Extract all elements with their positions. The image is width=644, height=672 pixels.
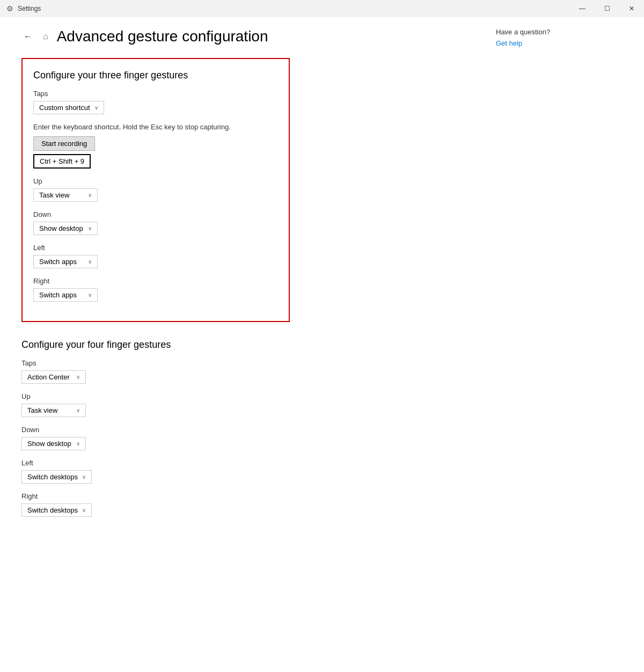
down-group: Down Show desktop ∨ (33, 210, 278, 235)
four-up-group: Up Task view ∨ (21, 392, 290, 417)
four-left-dropdown[interactable]: Switch desktops ∨ (21, 470, 92, 484)
settings-icon: ⚙ (6, 4, 13, 13)
start-recording-button[interactable]: Start recording (33, 136, 95, 151)
right-dropdown[interactable]: Switch apps ∨ (33, 288, 98, 302)
help-section: Have a question? Get help (496, 28, 631, 48)
four-taps-label: Taps (21, 359, 290, 367)
maximize-button[interactable]: ☐ (595, 0, 619, 17)
four-down-dropdown-value: Show desktop (27, 440, 71, 448)
down-dropdown[interactable]: Show desktop ∨ (33, 222, 98, 235)
home-icon[interactable]: ⌂ (43, 32, 48, 41)
four-up-label: Up (21, 392, 290, 400)
sidebar-right: Have a question? Get help (483, 17, 644, 672)
taps-dropdown[interactable]: Custom shortcut ∨ (33, 101, 104, 114)
four-taps-dropdown-value: Action Center (27, 373, 70, 381)
three-finger-title: Configure your three finger gestures (33, 70, 278, 81)
titlebar-controls: — ☐ ✕ (570, 0, 644, 17)
titlebar-title: Settings (18, 5, 41, 12)
four-right-dropdown-chevron: ∨ (82, 507, 86, 513)
minimize-button[interactable]: — (570, 0, 595, 17)
four-right-label: Right (21, 492, 290, 500)
four-up-dropdown-value: Task view (27, 406, 57, 414)
up-dropdown-value: Task view (39, 191, 69, 199)
taps-dropdown-value: Custom shortcut (39, 104, 90, 112)
down-dropdown-chevron: ∨ (88, 225, 92, 231)
up-label: Up (33, 177, 278, 185)
left-dropdown-value: Switch apps (39, 258, 77, 266)
four-left-dropdown-value: Switch desktops (27, 473, 78, 481)
back-button[interactable]: ← (21, 30, 34, 43)
titlebar-left: ⚙ Settings (6, 4, 41, 13)
four-down-label: Down (21, 426, 290, 434)
taps-dropdown-chevron: ∨ (94, 105, 98, 111)
page-header: ← ⌂ Advanced gesture configuration (21, 28, 462, 45)
right-dropdown-chevron: ∨ (88, 292, 92, 298)
down-label: Down (33, 210, 278, 218)
four-taps-dropdown-chevron: ∨ (76, 374, 80, 380)
left-group: Left Switch apps ∨ (33, 244, 278, 268)
four-taps-group: Taps Action Center ∨ (21, 359, 290, 384)
four-down-group: Down Show desktop ∨ (21, 426, 290, 450)
four-down-dropdown-chevron: ∨ (76, 441, 80, 447)
get-help-link[interactable]: Get help (496, 39, 522, 47)
up-dropdown-chevron: ∨ (88, 192, 92, 198)
window: ⚙ Settings — ☐ ✕ ← ⌂ Advanced gesture co… (0, 0, 644, 672)
right-dropdown-value: Switch apps (39, 291, 77, 299)
shortcut-display: Ctrl + Shift + 9 (33, 154, 91, 169)
four-left-label: Left (21, 459, 290, 467)
four-left-dropdown-chevron: ∨ (82, 474, 86, 480)
down-dropdown-value: Show desktop (39, 224, 83, 232)
content-area: ← ⌂ Advanced gesture configuration Confi… (0, 17, 644, 672)
taps-group: Taps Custom shortcut ∨ (33, 90, 278, 114)
four-up-dropdown[interactable]: Task view ∨ (21, 404, 86, 417)
four-up-dropdown-chevron: ∨ (76, 407, 80, 413)
three-finger-section: Configure your three finger gestures Tap… (21, 58, 290, 322)
taps-label: Taps (33, 90, 278, 98)
shortcut-info-text: Enter the keyboard shortcut. Hold the Es… (33, 123, 278, 131)
four-right-dropdown[interactable]: Switch desktops ∨ (21, 503, 92, 517)
four-left-group: Left Switch desktops ∨ (21, 459, 290, 484)
titlebar: ⚙ Settings — ☐ ✕ (0, 0, 644, 17)
help-question: Have a question? (496, 28, 631, 36)
four-right-group: Right Switch desktops ∨ (21, 492, 290, 517)
left-dropdown[interactable]: Switch apps ∨ (33, 255, 98, 268)
four-down-dropdown[interactable]: Show desktop ∨ (21, 437, 86, 450)
main-content: ← ⌂ Advanced gesture configuration Confi… (0, 17, 483, 672)
up-group: Up Task view ∨ (33, 177, 278, 202)
page-title: Advanced gesture configuration (57, 28, 268, 45)
four-finger-title: Configure your four finger gestures (21, 339, 290, 350)
close-button[interactable]: ✕ (619, 0, 644, 17)
left-label: Left (33, 244, 278, 252)
right-label: Right (33, 277, 278, 285)
left-dropdown-chevron: ∨ (88, 259, 92, 265)
four-taps-dropdown[interactable]: Action Center ∨ (21, 370, 86, 384)
right-group: Right Switch apps ∨ (33, 277, 278, 302)
four-right-dropdown-value: Switch desktops (27, 506, 78, 514)
four-finger-section: Configure your four finger gestures Taps… (21, 339, 290, 517)
up-dropdown[interactable]: Task view ∨ (33, 188, 98, 202)
